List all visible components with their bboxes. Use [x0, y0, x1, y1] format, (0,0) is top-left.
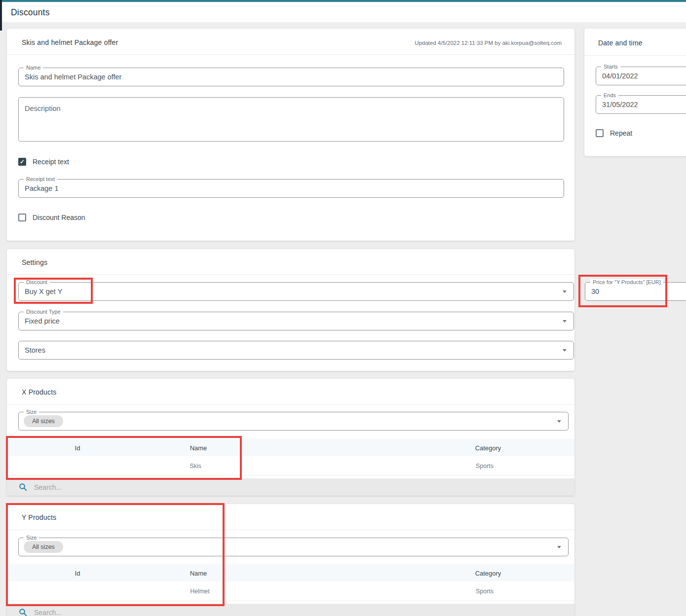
name-field-value: Skis and helmet Package offer — [25, 73, 121, 81]
x-search-input[interactable] — [34, 483, 231, 491]
price-y-products-field[interactable]: Price for "Y Products" [EUR] 30 — [585, 282, 686, 301]
y-size-select-label: Size — [24, 535, 39, 541]
y-search-bar[interactable] — [7, 604, 574, 616]
date-time-card: Date and time Starts 04/01/2022 Ends 31/… — [584, 29, 686, 156]
name-field[interactable]: Name Skis and helmet Package offer — [18, 68, 564, 86]
ends-field[interactable]: Ends 31/05/2022 — [596, 95, 686, 114]
y-row-category: Sports — [476, 588, 494, 595]
x-size-select-label: Size — [24, 409, 39, 415]
x-col-name: Name — [190, 444, 207, 451]
starts-field-label: Starts — [601, 64, 620, 70]
caret-down-icon[interactable] — [563, 290, 567, 293]
discount-select[interactable]: Discount Buy X get Y — [18, 282, 574, 301]
offer-card-title: Skis and helmet Package offer — [22, 38, 118, 46]
description-field[interactable]: Description — [18, 97, 564, 142]
price-y-products-label: Price for "Y Products" [EUR] — [590, 279, 663, 286]
receipt-text-field[interactable]: Receipt text Package 1 — [18, 179, 564, 198]
settings-card: Settings Discount Buy X get Y Discount T… — [7, 249, 574, 371]
receipt-text-checkbox-row[interactable]: Receipt text — [18, 157, 69, 166]
x-products-title: X Products — [22, 388, 56, 396]
receipt-text-field-label: Receipt text — [24, 176, 57, 182]
date-time-title: Date and time — [598, 39, 643, 47]
updated-info: Updated 4/5/2022 12:11:33 PM by aki.korp… — [415, 40, 562, 46]
divider — [7, 404, 574, 405]
divider — [7, 54, 574, 55]
x-row-category: Sports — [476, 463, 494, 470]
search-icon — [19, 483, 27, 491]
starts-field-value: 04/01/2022 — [602, 72, 638, 80]
x-size-select[interactable]: Size All sizes — [18, 412, 569, 431]
repeat-checkbox-label: Repeat — [610, 129, 632, 137]
page-title: Discounts — [11, 7, 50, 18]
discount-type-select-value: Fixed price — [25, 317, 60, 325]
y-row-name: Helmet — [190, 588, 210, 595]
x-products-card: X Products Size All sizes Id Name Catego… — [7, 379, 574, 496]
all-sizes-chip[interactable]: All sizes — [24, 415, 63, 427]
offer-card: Skis and helmet Package offer Updated 4/… — [7, 29, 574, 241]
discount-reason-checkbox-row[interactable]: Discount Reason — [18, 213, 85, 222]
repeat-checkbox[interactable] — [596, 129, 604, 137]
caret-down-icon[interactable] — [563, 349, 567, 352]
repeat-checkbox-row[interactable]: Repeat — [596, 129, 632, 138]
app-header: Discounts — [2, 2, 686, 22]
y-col-category: Category — [475, 569, 501, 577]
discount-reason-checkbox-label: Discount Reason — [33, 214, 85, 221]
y-table-header-row: Id Name Category — [7, 564, 574, 581]
x-table-row[interactable]: Skis Sports — [7, 456, 574, 476]
receipt-text-checkbox-label: Receipt text — [33, 158, 69, 166]
y-products-title: Y Products — [22, 513, 56, 521]
y-col-name: Name — [190, 569, 207, 577]
divider — [584, 55, 686, 56]
y-table-row[interactable]: Helmet Sports — [7, 581, 574, 601]
divider — [7, 530, 574, 530]
all-sizes-chip[interactable]: All sizes — [24, 541, 63, 553]
y-size-select[interactable]: Size All sizes — [18, 538, 569, 556]
description-placeholder: Description — [25, 105, 61, 112]
starts-field[interactable]: Starts 04/01/2022 — [596, 67, 686, 85]
y-col-id: Id — [75, 569, 80, 577]
ends-field-value: 31/05/2022 — [602, 101, 638, 109]
caret-down-icon[interactable] — [557, 420, 561, 423]
y-search-input[interactable] — [34, 609, 231, 616]
settings-title: Settings — [22, 258, 47, 266]
stores-select-value: Stores — [25, 346, 45, 354]
stores-select[interactable]: Stores — [18, 341, 574, 360]
receipt-text-checkbox[interactable] — [18, 158, 26, 166]
search-icon — [19, 608, 27, 616]
receipt-text-field-value: Package 1 — [25, 184, 59, 192]
x-search-bar[interactable] — [7, 478, 574, 496]
x-col-category: Category — [475, 444, 501, 451]
y-products-card: Y Products Size All sizes Id Name Catego… — [7, 504, 574, 616]
divider — [7, 274, 574, 275]
x-row-name: Skis — [190, 463, 201, 470]
discount-reason-checkbox[interactable] — [18, 214, 26, 221]
discount-select-label: Discount — [24, 279, 50, 286]
discount-type-select-label: Discount Type — [24, 309, 63, 315]
caret-down-icon[interactable] — [563, 320, 567, 323]
discounts-page: Discounts Skis and helmet Package offer … — [0, 0, 686, 616]
left-edge-bar — [0, 0, 2, 31]
discount-select-value: Buy X get Y — [25, 288, 62, 295]
x-table-header-row: Id Name Category — [7, 439, 574, 456]
price-y-products-value: 30 — [591, 288, 599, 295]
discount-type-select[interactable]: Discount Type Fixed price — [18, 312, 574, 330]
ends-field-label: Ends — [601, 92, 618, 99]
caret-down-icon[interactable] — [557, 546, 561, 548]
name-field-label: Name — [24, 65, 43, 71]
x-col-id: Id — [75, 444, 80, 451]
